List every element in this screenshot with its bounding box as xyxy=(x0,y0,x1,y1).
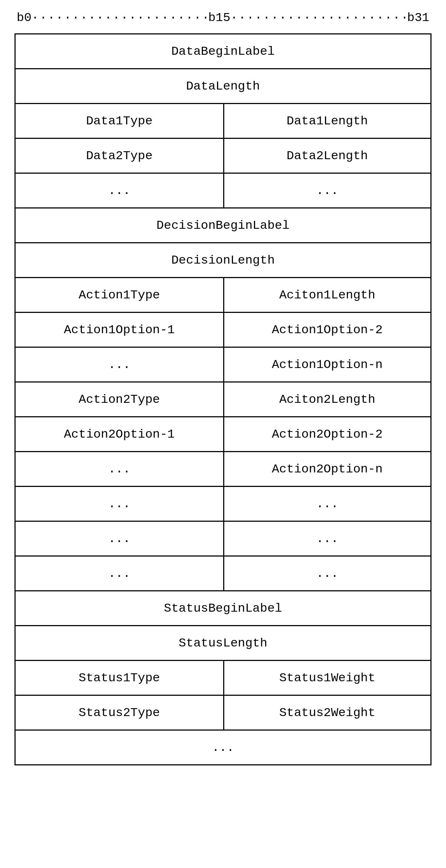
packet-field: Action2Type xyxy=(16,383,223,416)
packet-row: DataLength xyxy=(16,69,430,104)
packet-field: ... xyxy=(16,452,223,486)
packet-field: ... xyxy=(223,487,431,521)
packet-row: Status1TypeStatus1Weight xyxy=(16,661,430,696)
packet-row: Action1Option-1Action1Option-2 xyxy=(16,313,430,348)
packet-field: Action1Option-n xyxy=(223,348,431,381)
ruler-dots-right: ··························· xyxy=(230,11,407,25)
packet-field: ... xyxy=(16,174,223,207)
packet-row: Data2TypeData2Length xyxy=(16,139,430,174)
packet-field: ... xyxy=(223,522,431,555)
packet-field: Action2Option-1 xyxy=(16,417,223,451)
packet-row: ...... xyxy=(16,522,430,557)
packet-row: Action2Option-1Action2Option-2 xyxy=(16,417,430,452)
packet-field: StatusBeginLabel xyxy=(16,591,430,625)
packet-field: ... xyxy=(16,557,223,590)
packet-row: Action1TypeAciton1Length xyxy=(16,278,430,313)
packet-row: Status2TypeStatus2Weight xyxy=(16,696,430,731)
packet-row: ...... xyxy=(16,174,430,208)
packet-field: Data1Type xyxy=(16,104,223,138)
bit-label-31: b31 xyxy=(407,11,429,25)
packet-field: Action2Option-2 xyxy=(223,417,431,451)
packet-field: Status2Type xyxy=(16,696,223,729)
packet-field: Data2Type xyxy=(16,139,223,173)
packet-row: ...... xyxy=(16,557,430,591)
packet-field: Data1Length xyxy=(223,104,431,138)
packet-field: ... xyxy=(16,731,430,764)
packet-field: Status1Weight xyxy=(223,661,431,695)
packet-layout-table: DataBeginLabelDataLengthData1TypeData1Le… xyxy=(14,33,432,765)
packet-field: Action2Option-n xyxy=(223,452,431,486)
bit-label-15: b15 xyxy=(208,11,230,25)
packet-field: Status1Type xyxy=(16,661,223,695)
packet-field: Aciton1Length xyxy=(223,278,431,312)
packet-row: DecisionBeginLabel xyxy=(16,208,430,243)
packet-row: Action2TypeAciton2Length xyxy=(16,383,430,417)
packet-row: ...Action1Option-n xyxy=(16,348,430,383)
packet-field: Action1Option-2 xyxy=(223,313,431,347)
packet-field: Aciton2Length xyxy=(223,383,431,416)
packet-field: DecisionLength xyxy=(16,243,430,277)
packet-field: Action1Option-1 xyxy=(16,313,223,347)
ruler-dots-left: ··························· xyxy=(32,11,208,25)
packet-row: ... xyxy=(16,731,430,765)
packet-row: ...... xyxy=(16,487,430,522)
packet-row: DataBeginLabel xyxy=(16,34,430,69)
packet-field: DataLength xyxy=(16,69,430,103)
packet-field: DataBeginLabel xyxy=(16,34,430,68)
packet-field: ... xyxy=(223,174,431,207)
packet-field: DecisionBeginLabel xyxy=(16,208,430,242)
packet-field: StatusLength xyxy=(16,626,430,660)
packet-row: Data1TypeData1Length xyxy=(16,104,430,139)
packet-field: Status2Weight xyxy=(223,696,431,729)
packet-row: StatusLength xyxy=(16,626,430,661)
bit-ruler: b0 ··························· b15 ·····… xyxy=(14,11,432,25)
packet-field: ... xyxy=(16,348,223,381)
bit-label-0: b0 xyxy=(17,11,32,25)
packet-row: DecisionLength xyxy=(16,243,430,278)
packet-field: ... xyxy=(16,487,223,521)
packet-field: Action1Type xyxy=(16,278,223,312)
packet-field: Data2Length xyxy=(223,139,431,173)
packet-field: ... xyxy=(223,557,431,590)
packet-field: ... xyxy=(16,522,223,555)
packet-row: ...Action2Option-n xyxy=(16,452,430,487)
packet-row: StatusBeginLabel xyxy=(16,591,430,626)
